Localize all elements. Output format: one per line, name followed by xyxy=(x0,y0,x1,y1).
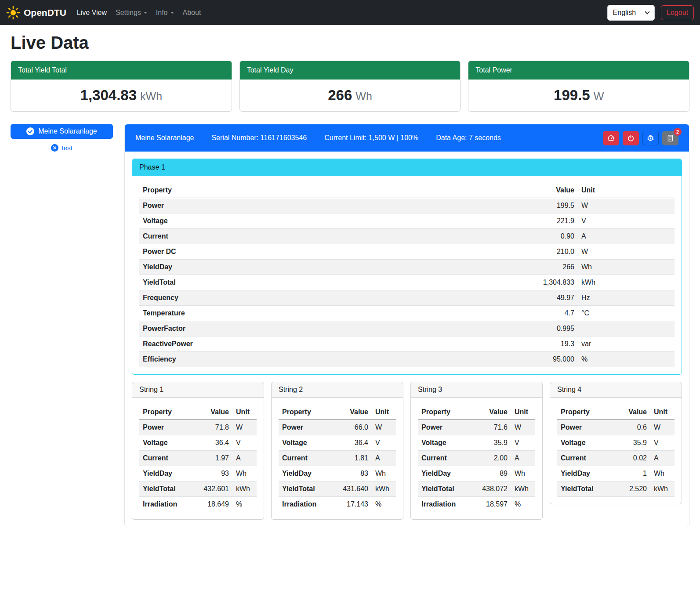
string-card-title: String 1 xyxy=(132,382,264,398)
property-cell: Power xyxy=(139,420,191,435)
table-row: YieldDay89Wh xyxy=(418,466,535,481)
property-cell: Temperature xyxy=(139,306,521,321)
table-row: Voltage35.9V xyxy=(418,435,535,451)
language-selected-value: English xyxy=(613,9,636,17)
sun-logo-icon xyxy=(6,6,20,20)
column-header-unit: Unit xyxy=(511,405,535,420)
table-row: Power66.0W xyxy=(279,420,396,435)
unit-cell: kWh xyxy=(511,481,535,497)
device-info-button[interactable] xyxy=(642,131,659,145)
nav-item-live-view[interactable]: Live View xyxy=(73,5,111,20)
property-cell: Frequency xyxy=(139,290,521,306)
check-circle-icon xyxy=(26,127,34,135)
value-cell: 35.9 xyxy=(469,435,511,451)
table-row: YieldTotal431.640kWh xyxy=(279,481,396,497)
table-row: Voltage36.4V xyxy=(279,435,396,451)
inverter-card-header: Meine Solaranlage Serial Number: 1161716… xyxy=(125,124,689,152)
unit-cell: W xyxy=(232,420,257,435)
column-header-value: Value xyxy=(330,405,372,420)
inverter-data-age: Data Age: 7 seconds xyxy=(436,134,501,142)
phase-table: Property Value Unit Power199.5WVoltage22… xyxy=(139,183,675,367)
table-row: YieldDay83Wh xyxy=(279,466,396,481)
unit-cell: % xyxy=(578,352,675,367)
table-header-row: Property Value Unit xyxy=(139,405,257,420)
property-cell: Irradiation xyxy=(418,497,469,512)
value-cell: 83 xyxy=(330,466,372,481)
summary-card-unit: Wh xyxy=(355,90,372,102)
speedometer-icon xyxy=(607,134,615,142)
summary-card-total-power: Total Power 199.5W xyxy=(468,61,689,112)
language-select[interactable]: English xyxy=(607,5,655,21)
summary-cards-row: Total Yield Total 1,304.83kWh Total Yiel… xyxy=(11,61,689,112)
nav-item-about[interactable]: About xyxy=(178,5,206,20)
nav-item-info-label: Info xyxy=(156,9,168,17)
table-row: YieldTotal432.601kWh xyxy=(139,481,257,497)
property-cell: YieldTotal xyxy=(418,481,469,497)
unit-cell: Wh xyxy=(578,260,675,275)
string-card-1: String 1 Property Value Unit xyxy=(132,382,264,520)
property-cell: Voltage xyxy=(139,213,521,229)
property-cell: YieldTotal xyxy=(139,275,521,290)
value-cell: 0.995 xyxy=(521,321,578,336)
summary-card-value: 266 xyxy=(328,87,352,103)
property-cell: Voltage xyxy=(139,435,191,451)
strings-row: String 1 Property Value Unit xyxy=(132,382,682,520)
property-cell: Voltage xyxy=(418,435,469,451)
brand[interactable]: OpenDTU xyxy=(6,6,66,20)
column-header-unit: Unit xyxy=(650,405,675,420)
property-cell: Voltage xyxy=(279,435,330,451)
table-row: Voltage35.9V xyxy=(557,435,675,451)
string-4-table: Property Value Unit Power0.6WVoltage35.9… xyxy=(557,405,675,497)
property-cell: YieldDay xyxy=(279,466,330,481)
limit-settings-button[interactable] xyxy=(603,131,619,145)
phase-card-title: Phase 1 xyxy=(132,159,682,176)
table-row: Power71.8W xyxy=(139,420,257,435)
property-cell: Power xyxy=(139,198,521,213)
table-row: Frequency49.97Hz xyxy=(139,290,675,306)
column-header-property: Property xyxy=(418,405,469,420)
property-cell: PowerFactor xyxy=(139,321,521,336)
nav-item-info[interactable]: Info xyxy=(152,5,178,20)
property-cell: YieldTotal xyxy=(279,481,330,497)
page-title: Live Data xyxy=(11,33,689,53)
value-cell: 17.143 xyxy=(330,497,372,512)
power-toggle-button[interactable] xyxy=(623,131,639,145)
chevron-down-icon xyxy=(170,12,174,14)
nav-item-settings[interactable]: Settings xyxy=(111,5,152,20)
nav-item-settings-label: Settings xyxy=(116,9,141,17)
logout-button[interactable]: Logout xyxy=(661,5,694,20)
unit-cell: Hz xyxy=(578,290,675,306)
unit-cell: A xyxy=(372,451,396,466)
column-header-unit: Unit xyxy=(232,405,257,420)
property-cell: Voltage xyxy=(557,435,609,451)
unit-cell: V xyxy=(372,435,396,451)
unit-cell: Wh xyxy=(232,466,257,481)
property-cell: Power xyxy=(557,420,609,435)
unit-cell: °C xyxy=(578,306,675,321)
table-row: YieldDay266Wh xyxy=(139,260,675,275)
unit-cell: var xyxy=(578,336,675,352)
event-log-button[interactable]: 2 xyxy=(662,131,678,145)
unit-cell: W xyxy=(578,198,675,213)
column-header-property: Property xyxy=(139,183,521,198)
table-row: Temperature4.7°C xyxy=(139,306,675,321)
value-cell: 2.520 xyxy=(609,481,650,497)
unit-cell: W xyxy=(578,244,675,260)
value-cell: 71.8 xyxy=(191,420,232,435)
property-cell: Current xyxy=(279,451,330,466)
table-row: PowerFactor0.995 xyxy=(139,321,675,336)
unit-cell: A xyxy=(650,451,675,466)
sidebar-item-test[interactable]: test xyxy=(11,144,113,152)
property-cell: Power xyxy=(418,420,469,435)
unit-cell: V xyxy=(232,435,257,451)
table-row: YieldTotal2.520kWh xyxy=(557,481,675,497)
table-row: Power0.6W xyxy=(557,420,675,435)
value-cell: 1.97 xyxy=(191,451,232,466)
table-row: YieldTotal438.072kWh xyxy=(418,481,535,497)
table-header-row: Property Value Unit xyxy=(139,183,675,198)
inverter-select-button[interactable]: Meine Solaranlage xyxy=(11,124,113,139)
unit-cell: Wh xyxy=(650,466,675,481)
column-header-value: Value xyxy=(609,405,650,420)
value-cell: 266 xyxy=(521,260,578,275)
property-cell: Current xyxy=(139,229,521,244)
